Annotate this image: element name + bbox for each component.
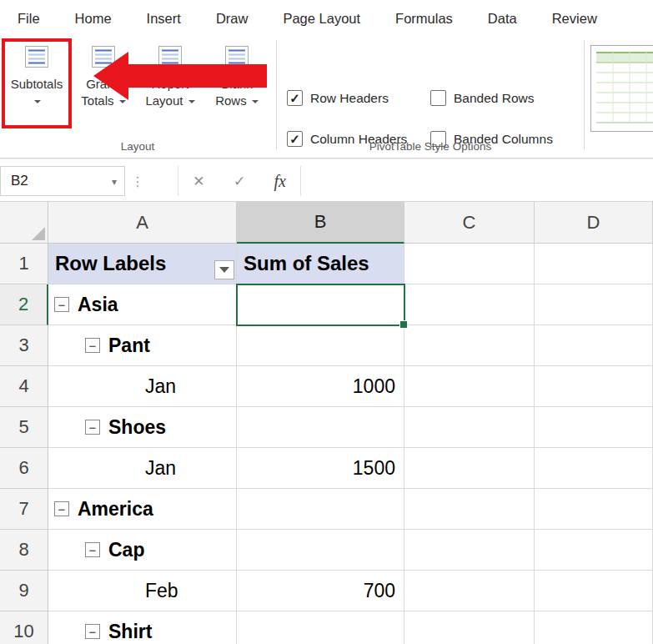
subtotals-button[interactable]: Subtotals — [3, 42, 70, 108]
row-header-8[interactable]: 8 — [0, 530, 48, 571]
checkbox-row-headers[interactable]: ✓Row Headers — [287, 90, 430, 106]
cell-A7[interactable]: −America — [48, 489, 237, 530]
cell-D2[interactable] — [535, 284, 653, 325]
tab-insert[interactable]: Insert — [129, 0, 198, 37]
cell-B3[interactable] — [237, 325, 404, 366]
cell-C8[interactable] — [404, 530, 535, 571]
blank-rows-button[interactable]: Blank Rows — [203, 42, 270, 108]
cell-C6[interactable] — [404, 448, 535, 489]
grid-row-2: 2−Asia — [0, 284, 653, 325]
collapse-button[interactable]: − — [85, 338, 100, 353]
cell-B10[interactable] — [237, 611, 404, 644]
spreadsheet-grid: ABCD1Row LabelsSum of Sales2−Asia3−Pant4… — [0, 202, 653, 644]
tab-data[interactable]: Data — [470, 0, 535, 37]
checkbox-checked-icon[interactable]: ✓ — [287, 90, 303, 106]
pivot-style-preview[interactable] — [590, 45, 653, 132]
formula-input[interactable] — [302, 166, 653, 196]
cell-D1[interactable] — [535, 244, 653, 284]
enter-button[interactable]: ✓ — [219, 166, 260, 196]
collapse-button[interactable]: − — [85, 420, 100, 435]
cell-B7[interactable] — [237, 489, 404, 530]
tab-file[interactable]: File — [0, 0, 58, 37]
cell-D3[interactable] — [535, 325, 653, 366]
cell-C5[interactable] — [404, 407, 535, 448]
cell-value: Asia — [78, 294, 118, 316]
cell-A10[interactable]: −Shirt — [48, 611, 237, 644]
col-header-D[interactable]: D — [535, 202, 653, 244]
pivot-style-thumbnail-icon — [590, 45, 653, 132]
row-header-1[interactable]: 1 — [0, 244, 48, 284]
grand-totals-button[interactable]: Grand Totals — [70, 42, 137, 108]
cancel-button[interactable]: ✕ — [178, 166, 219, 196]
row-header-7[interactable]: 7 — [0, 489, 48, 530]
cell-C3[interactable] — [404, 325, 535, 366]
tab-review[interactable]: Review — [535, 0, 615, 37]
cell-D9[interactable] — [535, 571, 653, 611]
cell-B4[interactable]: 1000 — [237, 366, 404, 407]
group-separator — [276, 40, 277, 149]
row-header-5[interactable]: 5 — [0, 407, 48, 448]
collapse-button[interactable]: − — [85, 624, 100, 639]
checkbox-unchecked-icon[interactable] — [430, 90, 446, 106]
dropdown-chevron-icon — [119, 100, 126, 103]
cell-value: Pant — [108, 335, 150, 357]
cell-D7[interactable] — [535, 489, 653, 530]
cell-C4[interactable] — [404, 366, 535, 407]
tab-home[interactable]: Home — [58, 0, 129, 37]
row-header-6[interactable]: 6 — [0, 448, 48, 489]
group-separator — [584, 40, 585, 149]
cell-C10[interactable] — [404, 611, 535, 644]
cell-A8[interactable]: −Cap — [48, 530, 237, 571]
col-header-B[interactable]: B — [237, 202, 404, 244]
cell-A3[interactable]: −Pant — [48, 325, 237, 366]
row-header-3[interactable]: 3 — [0, 325, 48, 366]
cell-D6[interactable] — [535, 448, 653, 489]
report-layout-button[interactable]: Report Layout — [137, 42, 203, 108]
name-box[interactable]: B2 ▾ — [0, 166, 125, 196]
col-header-A[interactable]: A — [48, 202, 237, 244]
row-header-4[interactable]: 4 — [0, 366, 48, 407]
row-header-10[interactable]: 10 — [0, 611, 48, 644]
cell-B1[interactable]: Sum of Sales — [237, 244, 404, 284]
cell-D10[interactable] — [535, 611, 653, 644]
select-all-corner[interactable] — [0, 202, 48, 244]
cell-A9[interactable]: Feb — [48, 571, 237, 611]
collapse-button[interactable]: − — [85, 542, 100, 557]
cell-A2[interactable]: −Asia — [48, 284, 237, 325]
dropdown-chevron-icon — [188, 100, 195, 103]
insert-function-button[interactable]: fx — [259, 166, 300, 196]
cell-C2[interactable] — [404, 284, 535, 325]
tab-page-layout[interactable]: Page Layout — [265, 0, 378, 37]
cell-B9[interactable]: 700 — [237, 571, 404, 611]
row-header-2[interactable]: 2 — [0, 284, 48, 325]
col-header-C[interactable]: C — [404, 202, 535, 244]
filter-dropdown-button[interactable] — [214, 260, 234, 279]
cell-B2[interactable] — [237, 284, 404, 325]
cell-D8[interactable] — [535, 530, 653, 571]
cell-B8[interactable] — [237, 530, 404, 571]
cell-A6[interactable]: Jan — [48, 448, 237, 489]
cell-C9[interactable] — [404, 571, 535, 611]
cell-B5[interactable] — [237, 407, 404, 448]
grid-row-8: 8−Cap — [0, 530, 653, 571]
cell-D4[interactable] — [535, 366, 653, 407]
cell-value: Cap — [108, 539, 144, 561]
cell-A1[interactable]: Row Labels — [48, 244, 237, 284]
cell-A5[interactable]: −Shoes — [48, 407, 237, 448]
row-header-9[interactable]: 9 — [0, 571, 48, 611]
cell-A4[interactable]: Jan — [48, 366, 237, 407]
cell-value: Jan — [145, 375, 176, 398]
cell-B6[interactable]: 1500 — [237, 448, 404, 489]
cell-C7[interactable] — [404, 489, 535, 530]
collapse-button[interactable]: − — [54, 297, 69, 312]
report-layout-icon — [158, 45, 183, 72]
checkbox-banded-rows[interactable]: Banded Rows — [430, 90, 585, 106]
tab-draw[interactable]: Draw — [198, 0, 266, 37]
name-box-dropdown-icon[interactable]: ▾ — [112, 176, 117, 188]
cell-C1[interactable] — [404, 244, 535, 284]
cell-D5[interactable] — [535, 407, 653, 448]
cell-value: Sum of Sales — [244, 252, 369, 275]
grid-row-6: 6Jan1500 — [0, 448, 653, 489]
collapse-button[interactable]: − — [54, 501, 69, 516]
tab-formulas[interactable]: Formulas — [378, 0, 470, 37]
